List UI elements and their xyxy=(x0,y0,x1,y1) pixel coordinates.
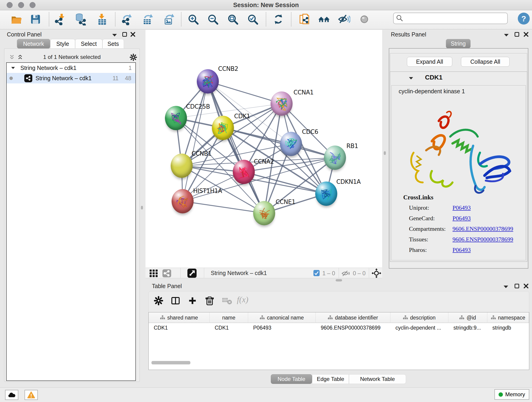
node-label-CCNA1: CCNA1 xyxy=(293,89,314,96)
zoom-selected-button[interactable] xyxy=(246,10,260,28)
hierarchy-icon xyxy=(491,315,496,321)
tab-string[interactable]: String xyxy=(446,39,471,48)
entry-collapse-icon[interactable] xyxy=(409,77,413,80)
network-node-CCNB2[interactable] xyxy=(197,69,219,94)
level-of-detail-button[interactable] xyxy=(357,10,371,28)
control-panel-menu-icon[interactable] xyxy=(112,34,117,36)
network-collection-row[interactable]: String Network – cdk1 1 xyxy=(7,63,135,73)
network-node-CDC6[interactable] xyxy=(280,132,302,156)
hidden-eye-icon[interactable] xyxy=(342,270,351,277)
birds-eye-view-icon[interactable] xyxy=(187,269,196,278)
table-panel-menu-icon[interactable] xyxy=(504,286,508,288)
control-tab-network[interactable]: Network xyxy=(17,39,50,49)
control-tab-style[interactable]: Style xyxy=(50,39,75,49)
control-tab-select[interactable]: Select xyxy=(75,39,102,49)
import-network-file-button[interactable] xyxy=(53,10,67,28)
table-row[interactable]: CDK1CDK1P064939606.ENSP00000378699cyclin… xyxy=(149,323,529,332)
export-table-button[interactable] xyxy=(141,10,155,28)
search-input[interactable] xyxy=(393,13,508,24)
tab-node-table[interactable]: Node Table xyxy=(271,374,312,384)
table-panel-float-icon[interactable] xyxy=(515,284,519,288)
create-column-plus-icon[interactable] xyxy=(188,296,197,305)
crosslink-link[interactable]: 9606.ENSP00000378699 xyxy=(452,225,513,232)
network-node-CDC25B[interactable] xyxy=(165,106,187,130)
column-header-shared-name[interactable]: shared name xyxy=(149,313,210,323)
network-node-CCNA2[interactable] xyxy=(233,160,255,184)
horizontal-scrollbar[interactable] xyxy=(152,361,190,364)
memory-button[interactable]: Memory xyxy=(494,389,529,400)
table-cell[interactable]: CDK1 xyxy=(210,323,248,332)
share-view-icon[interactable] xyxy=(162,269,171,277)
show-columns-icon[interactable] xyxy=(171,296,181,306)
network-node-CCNE1[interactable] xyxy=(253,201,275,225)
home-button[interactable] xyxy=(317,10,331,28)
network-node-CCNA1[interactable] xyxy=(271,91,293,116)
column-header-namespace[interactable]: namespace xyxy=(487,313,529,323)
collapse-all-button[interactable]: Collapse All xyxy=(461,57,510,67)
save-session-button[interactable] xyxy=(29,10,42,28)
refresh-button[interactable] xyxy=(272,10,285,28)
column-header--id[interactable]: @id xyxy=(448,313,487,323)
tab-edge-table[interactable]: Edge Table xyxy=(312,374,349,384)
warning-button[interactable] xyxy=(25,390,38,400)
crosslink-link[interactable]: P06493 xyxy=(452,215,471,222)
tab-network-table[interactable]: Network Table xyxy=(349,374,406,384)
toolbar-separator xyxy=(291,12,291,26)
results-panel-close-icon[interactable] xyxy=(523,32,529,37)
column-header-database-identifier[interactable]: database identifier xyxy=(316,313,390,323)
import-network-database-button[interactable] xyxy=(74,10,88,28)
pan-crosshair-icon[interactable] xyxy=(372,268,381,278)
network-label: String Network – cdk1 xyxy=(36,75,92,82)
results-panel-float-icon[interactable] xyxy=(515,32,519,37)
column-header-canonical-name[interactable]: canonical name xyxy=(248,313,316,323)
network-node-CDKN1A[interactable] xyxy=(315,182,337,206)
table-cell[interactable]: stringdb xyxy=(487,323,529,332)
gear-icon[interactable] xyxy=(130,54,137,61)
import-table-file-button[interactable] xyxy=(95,10,109,28)
network-node-RB1[interactable] xyxy=(324,146,346,170)
network-node-CDK1[interactable] xyxy=(212,116,234,140)
results-panel-menu-icon[interactable] xyxy=(504,34,509,36)
collapse-all-label: Collapse All xyxy=(470,58,500,65)
table-panel-close-icon[interactable] xyxy=(523,283,529,289)
left-splitter-handle[interactable] xyxy=(141,206,143,210)
network-node-HIST1H1A[interactable] xyxy=(172,189,194,213)
zoom-fit-button[interactable] xyxy=(226,10,240,28)
control-panel-float-icon[interactable] xyxy=(122,32,127,37)
network-row-selected[interactable]: String Network – cdk1 11 48 xyxy=(7,73,135,83)
crosslink-link[interactable]: P06493 xyxy=(452,247,471,254)
hide-details-button[interactable] xyxy=(337,10,351,28)
import-table-icon xyxy=(96,13,108,25)
grid-view-icon[interactable] xyxy=(150,269,158,277)
memory-status-dot xyxy=(499,392,503,397)
warning-icon xyxy=(27,391,35,399)
collection-expand-icon[interactable] xyxy=(11,67,15,69)
selected-checkbox-icon[interactable] xyxy=(313,270,320,276)
open-session-button[interactable] xyxy=(9,10,23,28)
share-document-button[interactable] xyxy=(298,10,311,28)
help-button[interactable]: ? xyxy=(518,13,530,25)
export-image-button[interactable] xyxy=(162,10,176,28)
crosslink-link[interactable]: P06493 xyxy=(452,204,471,211)
zoom-out-button[interactable] xyxy=(206,10,220,28)
expand-all-button[interactable]: Expand All xyxy=(407,57,452,67)
control-panel-close-icon[interactable] xyxy=(130,32,136,37)
table-cell[interactable]: CDK1 xyxy=(149,323,210,332)
network-node-CCNB1[interactable] xyxy=(171,153,193,178)
crosslink-link[interactable]: 9606.ENSP00000378699 xyxy=(452,236,513,243)
delete-column-trash-icon[interactable] xyxy=(205,296,215,306)
horizontal-splitter-handle[interactable] xyxy=(336,279,342,281)
table-cell[interactable]: stringdb:9... xyxy=(448,323,487,332)
column-header-description[interactable]: description xyxy=(390,313,448,323)
export-network-button[interactable] xyxy=(120,10,134,28)
table-settings-gear-icon[interactable] xyxy=(154,296,163,305)
zoom-in-button[interactable] xyxy=(186,10,200,28)
cloud-button[interactable] xyxy=(5,390,18,400)
table-cell[interactable]: P06493 xyxy=(248,323,316,332)
right-splitter-handle[interactable] xyxy=(384,151,386,155)
column-header-name[interactable]: name xyxy=(210,313,248,323)
table-cell[interactable]: cyclin-dependent ... xyxy=(390,323,448,332)
network-canvas[interactable]: CCNB2CCNA1CDC25BCDK1CDC6RB1CCNB1CCNA2CDK… xyxy=(146,30,382,268)
table-cell[interactable]: 9606.ENSP00000378699 xyxy=(316,323,390,332)
control-tab-sets[interactable]: Sets xyxy=(102,39,124,49)
